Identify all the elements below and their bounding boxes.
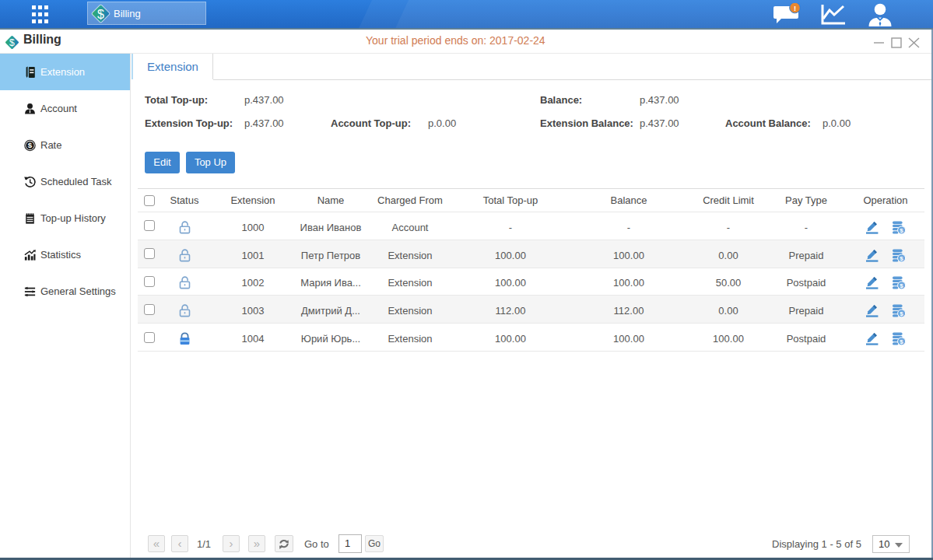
svg-text:$: $ [97, 7, 104, 20]
svg-text:$: $ [28, 141, 33, 149]
svg-text:$: $ [900, 255, 903, 262]
svg-text:$: $ [900, 282, 903, 289]
svg-text:!: ! [794, 4, 796, 12]
svg-text:$: $ [900, 227, 903, 234]
svg-text:$: $ [9, 37, 15, 48]
svg-text:$: $ [900, 310, 903, 317]
svg-text:$: $ [900, 338, 903, 345]
